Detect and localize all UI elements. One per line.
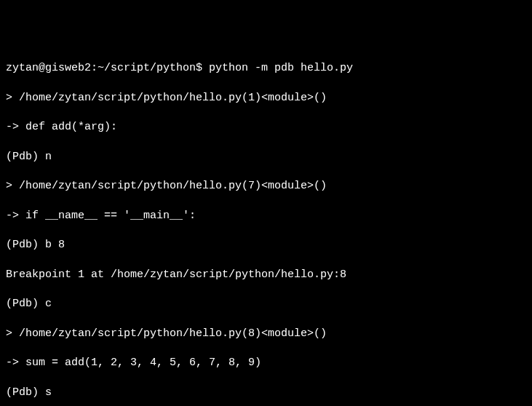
terminal-line: (Pdb) c bbox=[6, 297, 526, 311]
terminal-line: > /home/zytan/script/python/hello.py(1)<… bbox=[6, 91, 526, 106]
terminal-line: (Pdb) b 8 bbox=[6, 238, 526, 252]
terminal-line: -> if __name__ == '__main__': bbox=[6, 209, 526, 223]
terminal-line: > /home/zytan/script/python/hello.py(7)<… bbox=[6, 179, 526, 194]
terminal-line: -> def add(*arg): bbox=[6, 120, 526, 135]
terminal-line: Breakpoint 1 at /home/zytan/script/pytho… bbox=[6, 268, 526, 282]
terminal-line: (Pdb) s bbox=[6, 386, 526, 400]
terminal-line: zytan@gisweb2:~/script/python$ python -m… bbox=[6, 61, 526, 76]
terminal-line: > /home/zytan/script/python/hello.py(8)<… bbox=[6, 327, 526, 341]
terminal-line: (Pdb) n bbox=[6, 150, 526, 164]
terminal-line: -> sum = add(1, 2, 3, 4, 5, 6, 7, 8, 9) bbox=[6, 356, 526, 370]
